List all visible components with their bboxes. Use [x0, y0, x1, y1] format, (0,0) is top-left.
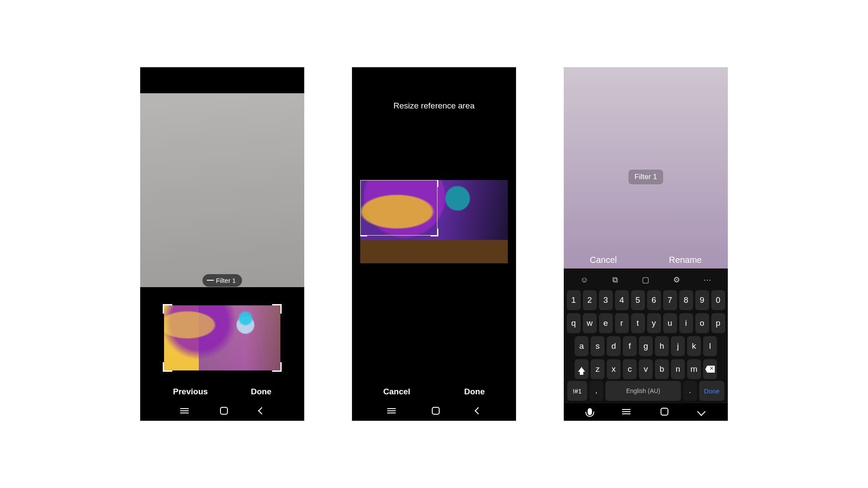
key-s[interactable]: s — [591, 336, 605, 356]
done-button[interactable]: Done — [251, 387, 272, 396]
page-title: Resize reference area — [352, 67, 516, 111]
crop-corner-icon[interactable] — [163, 304, 172, 314]
filter-name-label: Filter 1 — [216, 277, 236, 284]
keyboard-row-numbers: 1234567890 — [567, 290, 724, 310]
edit-icon — [208, 277, 213, 284]
key-9[interactable]: 9 — [695, 290, 709, 310]
gallery-icon[interactable]: ⧉ — [609, 274, 621, 286]
key-a[interactable]: a — [575, 336, 589, 356]
filter-name-pill[interactable]: Filter 1 — [203, 274, 242, 287]
emoji-icon[interactable]: ☺ — [578, 274, 590, 286]
cancel-button[interactable]: Cancel — [590, 255, 617, 265]
key-h[interactable]: h — [655, 336, 669, 356]
crop-corner-icon[interactable] — [272, 304, 282, 314]
screen-3-rename-filter: Filter 1 Cancel Rename ☺ ⧉ ▢ ⚙ ⋯ 1234567… — [564, 67, 728, 421]
key-8[interactable]: 8 — [679, 290, 693, 310]
keyboard-row-3: zxcvbnm — [567, 359, 724, 379]
mic-icon[interactable] — [588, 408, 592, 415]
android-nav-bar — [564, 403, 728, 421]
key-2[interactable]: 2 — [583, 290, 597, 310]
keyboard-done-key[interactable]: Done — [699, 381, 724, 401]
key-i[interactable]: i — [679, 313, 693, 333]
nav-home-icon[interactable] — [661, 408, 668, 416]
key-v[interactable]: v — [639, 359, 653, 379]
crop-corner-icon[interactable] — [163, 362, 172, 372]
key-u[interactable]: u — [663, 313, 677, 333]
key-e[interactable]: e — [599, 313, 613, 333]
shift-icon — [578, 367, 585, 372]
nav-home-icon[interactable] — [432, 407, 440, 415]
key-0[interactable]: 0 — [711, 290, 725, 310]
key-x[interactable]: x — [607, 359, 621, 379]
key-w[interactable]: w — [583, 313, 597, 333]
reference-image[interactable] — [360, 180, 508, 263]
nav-recents-icon[interactable] — [622, 409, 631, 414]
screen-1-filter-preview: Filter 1 Previous Done — [140, 67, 304, 421]
key-3[interactable]: 3 — [599, 290, 613, 310]
key-1[interactable]: 1 — [567, 290, 581, 310]
nav-recents-icon[interactable] — [180, 408, 189, 413]
android-nav-bar — [352, 402, 516, 421]
key-r[interactable]: r — [615, 313, 629, 333]
keyboard-row-1: qwertyuiop — [567, 313, 724, 333]
key-j[interactable]: j — [671, 336, 685, 356]
filter-panel: Filter 1 Previous Done — [140, 287, 304, 421]
crop-corner-icon[interactable] — [431, 229, 438, 236]
key-4[interactable]: 4 — [615, 290, 629, 310]
clipboard-icon[interactable]: ▢ — [640, 274, 652, 286]
crop-corner-icon[interactable] — [431, 180, 438, 187]
reference-thumbnail[interactable] — [164, 305, 280, 370]
key-7[interactable]: 7 — [663, 290, 677, 310]
crop-selection[interactable] — [360, 180, 437, 236]
key-n[interactable]: n — [671, 359, 685, 379]
key-q[interactable]: q — [567, 313, 581, 333]
key-k[interactable]: k — [687, 336, 701, 356]
key-p[interactable]: p — [711, 313, 725, 333]
previous-button[interactable]: Previous — [173, 387, 208, 396]
screen-2-resize-reference: Resize reference area Cancel Done — [352, 67, 516, 421]
keyboard-row-2: asdfghjkl — [567, 336, 724, 356]
key-t[interactable]: t — [631, 313, 645, 333]
key-d[interactable]: d — [607, 336, 621, 356]
key-g[interactable]: g — [639, 336, 653, 356]
done-button[interactable]: Done — [464, 387, 485, 396]
crop-corner-icon[interactable] — [360, 180, 367, 187]
key-b[interactable]: b — [655, 359, 669, 379]
nav-back-icon[interactable] — [258, 407, 266, 415]
settings-icon[interactable]: ⚙ — [671, 274, 683, 286]
nav-home-icon[interactable] — [220, 407, 228, 415]
nav-hide-keyboard-icon[interactable] — [697, 407, 706, 416]
crop-corner-icon[interactable] — [272, 362, 282, 372]
key-f[interactable]: f — [623, 336, 637, 356]
key-y[interactable]: y — [647, 313, 661, 333]
shift-key[interactable] — [575, 359, 589, 379]
backspace-icon — [705, 366, 715, 373]
key-5[interactable]: 5 — [631, 290, 645, 310]
cancel-button[interactable]: Cancel — [383, 387, 410, 396]
nav-back-icon[interactable] — [474, 407, 482, 415]
key-l[interactable]: l — [703, 336, 717, 356]
filter-name-input[interactable]: Filter 1 — [628, 170, 663, 184]
key-z[interactable]: z — [591, 359, 605, 379]
key-6[interactable]: 6 — [647, 290, 661, 310]
key-m[interactable]: m — [687, 359, 701, 379]
backspace-key[interactable] — [703, 359, 717, 379]
period-key[interactable]: . — [683, 381, 697, 401]
crop-corner-icon[interactable] — [360, 229, 367, 236]
camera-preview — [140, 93, 304, 287]
on-screen-keyboard: ☺ ⧉ ▢ ⚙ ⋯ 1234567890 qwertyuiop asdfghjk… — [564, 269, 728, 403]
space-key[interactable]: English (AU) — [605, 381, 681, 401]
camera-preview: Filter 1 Cancel Rename — [564, 67, 728, 269]
key-o[interactable]: o — [695, 313, 709, 333]
nav-recents-icon[interactable] — [387, 408, 396, 413]
android-nav-bar — [147, 402, 297, 421]
comma-key[interactable]: , — [589, 381, 603, 401]
symbols-key[interactable]: !#1 — [567, 381, 587, 401]
key-c[interactable]: c — [623, 359, 637, 379]
rename-button[interactable]: Rename — [669, 255, 702, 265]
more-icon[interactable]: ⋯ — [701, 274, 713, 286]
